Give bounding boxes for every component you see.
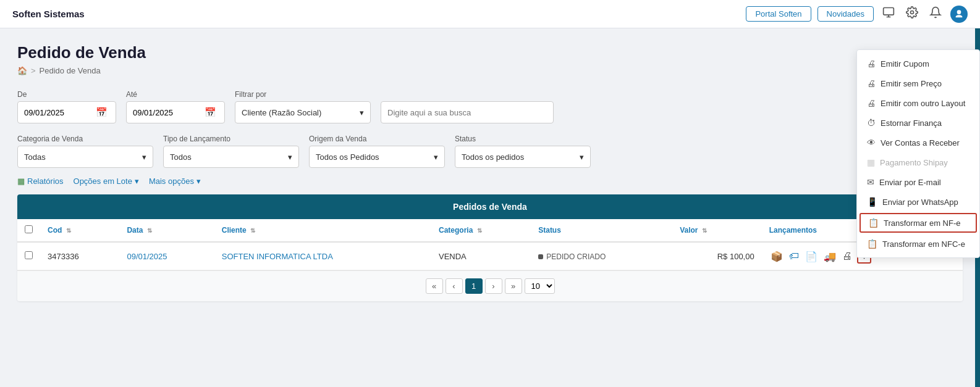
table-row: 3473336 09/01/2025 SOFTEN INFORMATICA LT… — [17, 242, 963, 270]
dropdown-item-emitir-outro-layout[interactable]: 🖨Emitir com outro Layout — [857, 93, 979, 113]
origem-select[interactable]: Todos os Pedidos ▾ — [309, 146, 445, 168]
topnav-actions: Portal Soften Novidades — [746, 4, 968, 24]
chevron-down-icon: ▾ — [360, 108, 364, 117]
dropdown-item-estornar-financa[interactable]: ⏱Estornar Finança — [857, 113, 979, 133]
table-header-row: Cod ⇅ Data ⇅ Cliente ⇅ Categoria ⇅ Statu… — [17, 219, 963, 242]
filter-tipo-label: Tipo de Lançamento — [163, 135, 299, 143]
mais-opcoes-link[interactable]: Mais opções ▾ — [149, 177, 201, 186]
dropdown-item-emitir-cupom[interactable]: 🖨Emitir Cupom — [857, 54, 979, 73]
page-first-button[interactable]: « — [426, 278, 443, 294]
page-1-button[interactable]: 1 — [465, 278, 483, 294]
dropdown-item-label-pagamento-shipay: Pagamento Shipay — [880, 158, 948, 167]
filter-row-2: Categoria de Venda Todas ▾ Tipo de Lança… — [17, 135, 963, 168]
filter-origem-label: Origem da Venda — [309, 135, 445, 143]
breadcrumb-home[interactable]: 🏠 — [17, 66, 27, 75]
calendar-de-icon[interactable]: 📅 — [96, 107, 108, 118]
filter-ate-label: Até — [126, 90, 225, 99]
chevron-origem-icon: ▾ — [434, 152, 438, 162]
notifications-icon-button[interactable] — [927, 4, 944, 24]
dropdown-item-transformar-nfe[interactable]: 📋Transformar em NF-e — [860, 213, 977, 233]
orders-table-container: Pedidos de Venda Cod ⇅ Data ⇅ Cliente ⇅ … — [17, 194, 963, 301]
row-cliente-0[interactable]: SOFTEN INFORMATICA LTDA — [214, 242, 431, 270]
status-label-0: PEDIDO CRIADO — [546, 252, 606, 261]
th-categoria: Categoria ⇅ — [431, 219, 531, 242]
filter-categoria: Categoria de Venda Todas ▾ — [17, 135, 153, 168]
dropdown-item-ver-contas-receber[interactable]: 👁Ver Contas a Receber — [857, 133, 979, 152]
filtrar-por-select[interactable]: Cliente (Razão Social) ▾ — [235, 101, 371, 123]
row-cod-0: 3473336 — [40, 242, 119, 270]
filter-filtrar-por: Filtrar por Cliente (Razão Social) ▾ — [235, 90, 371, 123]
page-next-button[interactable]: › — [485, 278, 502, 294]
date-de-field[interactable] — [24, 108, 92, 117]
row-action-box-icon-0[interactable]: 📦 — [769, 249, 784, 264]
filter-status-label: Status — [455, 135, 591, 143]
chevron-status-icon: ▾ — [580, 152, 584, 162]
row-data-0[interactable]: 09/01/2025 — [119, 242, 214, 270]
tipo-select[interactable]: Todos ▾ — [163, 146, 299, 168]
breadcrumb-current: Pedido de Venda — [40, 66, 101, 75]
orders-table: Cod ⇅ Data ⇅ Cliente ⇅ Categoria ⇅ Statu… — [17, 219, 963, 270]
relatorios-icon: ▦ — [17, 177, 25, 186]
filter-row-1: De 📅 Até 📅 Filtrar por Cliente (Razão So… — [17, 90, 963, 123]
search-field[interactable] — [387, 108, 530, 117]
table-body: 3473336 09/01/2025 SOFTEN INFORMATICA LT… — [17, 242, 963, 270]
sort-valor-icon[interactable]: ⇅ — [702, 227, 707, 234]
brand-name: Soften Sistemas — [12, 9, 85, 19]
th-cliente: Cliente ⇅ — [214, 219, 431, 242]
filter-ate: Até 📅 — [126, 90, 225, 123]
dropdown-item-emitir-sem-preco[interactable]: 🖨Emitir sem Preço — [857, 73, 979, 93]
status-select[interactable]: Todos os pedidos ▾ — [455, 146, 591, 168]
date-ate-field[interactable] — [133, 108, 201, 117]
dropdown-item-label-emitir-cupom: Emitir Cupom — [881, 59, 929, 69]
dropdown-item-icon-emitir-sem-preco: 🖨 — [867, 78, 876, 88]
monitor-icon-button[interactable] — [880, 4, 897, 24]
page-content: Pedido de Venda 🏠 > Pedido de Venda De 📅… — [0, 28, 980, 316]
dropdown-item-pagamento-shipay: ▦Pagamento Shipay — [857, 152, 979, 172]
dropdown-item-transformar-nfce[interactable]: 📋Transformar em NFC-e — [857, 234, 979, 254]
row-action-doc-icon-0[interactable]: 📄 — [804, 249, 819, 264]
row-action-print-icon-0[interactable]: 🖨 — [841, 249, 853, 263]
relatorios-label: Relatórios — [27, 177, 64, 186]
relatorios-link[interactable]: ▦ Relatórios — [17, 177, 64, 186]
portal-soften-button[interactable]: Portal Soften — [746, 6, 811, 22]
sort-cod-icon[interactable]: ⇅ — [66, 227, 71, 234]
opcoes-em-lote-link[interactable]: Opções em Lote ▾ — [74, 177, 139, 186]
sort-categoria-icon[interactable]: ⇅ — [477, 227, 482, 234]
filter-filtrar-por-label: Filtrar por — [235, 90, 371, 99]
row-status-0: PEDIDO CRIADO — [531, 242, 672, 270]
per-page-select[interactable]: 10 25 50 — [525, 278, 555, 294]
search-input-container[interactable] — [381, 101, 554, 123]
date-de-input[interactable]: 📅 — [17, 101, 116, 123]
user-avatar-button[interactable] — [950, 6, 968, 23]
filter-origem: Origem da Venda Todos os Pedidos ▾ — [309, 135, 445, 168]
status-dot-0 — [538, 254, 543, 259]
breadcrumb: 🏠 > Pedido de Venda — [17, 66, 963, 75]
svg-point-1 — [911, 11, 914, 14]
select-all-checkbox[interactable] — [25, 225, 33, 233]
chevron-mais-icon: ▾ — [196, 177, 201, 186]
dropdown-item-icon-enviar-whatsapp: 📱 — [867, 197, 877, 207]
th-data: Data ⇅ — [119, 219, 214, 242]
dropdown-item-enviar-email[interactable]: ✉Enviar por E-mail — [857, 172, 979, 192]
settings-icon-button[interactable] — [903, 4, 921, 24]
filtrar-por-value: Cliente (Razão Social) — [242, 108, 321, 117]
novidades-button[interactable]: Novidades — [817, 6, 874, 22]
page-last-button[interactable]: » — [505, 278, 522, 294]
row-checkbox-0[interactable] — [25, 251, 33, 259]
sort-cliente-icon[interactable]: ⇅ — [250, 227, 255, 234]
categoria-select[interactable]: Todas ▾ — [17, 146, 153, 168]
opcoes-em-lote-label: Opções em Lote — [74, 177, 132, 186]
dropdown-item-icon-enviar-email: ✉ — [867, 177, 874, 187]
dropdown-item-label-enviar-email: Enviar por E-mail — [879, 178, 941, 187]
row-action-truck-icon-0[interactable]: 🚚 — [822, 249, 837, 264]
dropdown-item-label-estornar-financa: Estornar Finança — [881, 119, 942, 128]
th-cod: Cod ⇅ — [40, 219, 119, 242]
calendar-ate-icon[interactable]: 📅 — [205, 107, 216, 118]
dropdown-item-icon-transformar-nfe: 📋 — [868, 218, 879, 228]
date-ate-input[interactable]: 📅 — [126, 101, 225, 123]
row-action-barcode-icon-0[interactable]: 🏷 — [788, 249, 800, 263]
sort-data-icon[interactable]: ⇅ — [147, 227, 152, 234]
status-value: Todos os pedidos — [462, 152, 524, 162]
dropdown-item-enviar-whatsapp[interactable]: 📱Enviar por WhatsApp — [857, 192, 979, 212]
page-prev-button[interactable]: ‹ — [446, 278, 463, 294]
